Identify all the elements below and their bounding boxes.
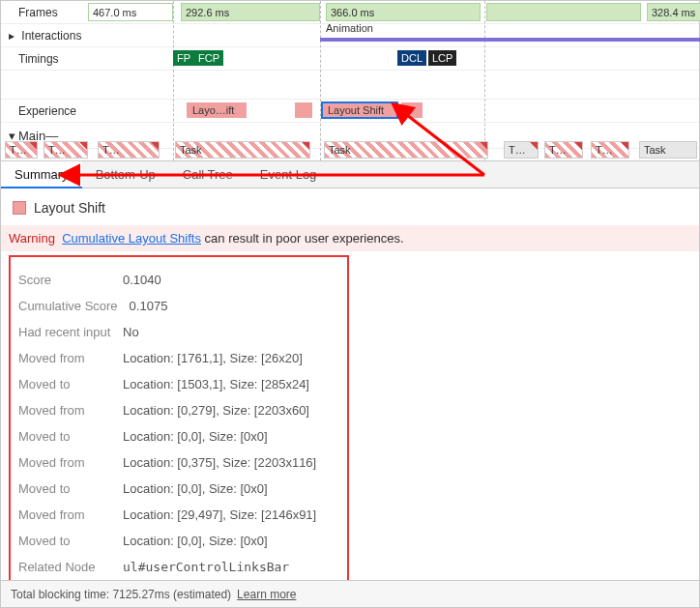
detail-value: Location: [0,0], Size: [0x0] xyxy=(123,481,268,496)
detail-row: Moved fromLocation: [0,375], Size: [2203… xyxy=(18,449,339,476)
detail-value: 0.1075 xyxy=(130,299,168,313)
detail-value: Location: [1503,1], Size: [285x24] xyxy=(123,377,309,391)
task-block[interactable]: T… xyxy=(44,141,88,159)
tab-event-log[interactable]: Event Log xyxy=(247,161,331,188)
detail-row: Score0.1040 xyxy=(18,267,339,293)
detail-value: Location: [29,497], Size: [2146x91] xyxy=(123,507,316,522)
timing-badge-fp[interactable]: FP xyxy=(173,50,194,66)
frame-block[interactable]: 467.0 ms xyxy=(88,3,173,21)
timing-badge-fcp[interactable]: FCP xyxy=(194,50,223,66)
layout-shift-block[interactable]: Layo…ift xyxy=(187,102,247,118)
detail-value: No xyxy=(123,325,139,339)
event-title: Layout Shift xyxy=(34,200,105,216)
detail-value: Location: [0,375], Size: [2203x116] xyxy=(123,455,316,470)
overview-tracks: Frames 467.0 ms 292.6 ms 366.0 ms 328.4 … xyxy=(1,1,699,161)
disclosure-triangle-icon[interactable]: ▸ xyxy=(9,29,18,43)
frame-block[interactable]: 292.6 ms xyxy=(181,3,320,21)
warning-link[interactable]: Cumulative Layout Shifts xyxy=(62,231,201,246)
task-block[interactable]: T… xyxy=(504,141,539,159)
detail-value: 0.1040 xyxy=(123,273,161,287)
interactions-track-label: Interactions xyxy=(21,29,81,43)
detail-key: Moved from xyxy=(18,455,111,470)
detail-key: Moved to xyxy=(18,481,111,496)
detail-row: Moved toLocation: [1503,1], Size: [285x2… xyxy=(18,371,339,397)
detail-row: Moved fromLocation: [0,279], Size: [2203… xyxy=(18,397,339,423)
warning-label: Warning xyxy=(9,231,55,246)
detail-value: Location: [0,0], Size: [0x0] xyxy=(123,534,268,548)
frame-block[interactable]: 328.4 ms xyxy=(647,3,700,21)
footer-bar: Total blocking time: 7125.27ms (estimate… xyxy=(1,580,699,607)
animation-bar[interactable] xyxy=(320,38,700,42)
warning-text: can result in poor user experiences. xyxy=(201,231,404,246)
task-block[interactable]: T… xyxy=(591,141,629,159)
timings-track-label: Timings xyxy=(18,52,59,66)
layout-shift-block-selected[interactable]: Layout Shift xyxy=(322,102,397,118)
task-block[interactable]: Task xyxy=(324,141,488,159)
detail-row: Moved toLocation: [0,0], Size: [0x0] xyxy=(18,476,339,502)
detail-row: Related Nodeul#userControlLinksBar xyxy=(18,554,339,580)
task-block[interactable]: T… xyxy=(5,141,38,159)
detail-value: ul#userControlLinksBar xyxy=(123,560,289,574)
detail-row: Moved fromLocation: [1761,1], Size: [26x… xyxy=(18,345,339,371)
interactions-track[interactable]: ▸ Interactions Animation xyxy=(1,24,699,47)
detail-row: Had recent inputNo xyxy=(18,319,339,345)
frames-track-label: Frames xyxy=(18,6,58,19)
details-tabstrip: Summary Bottom-Up Call Tree Event Log xyxy=(1,161,699,188)
detail-key: Had recent input xyxy=(18,325,111,339)
timings-track[interactable]: Timings FP FCP DCL LCP xyxy=(1,47,699,71)
total-blocking-time: Total blocking time: 7125.27ms (estimate… xyxy=(11,588,231,601)
frame-block[interactable] xyxy=(486,3,641,21)
task-block[interactable]: Task xyxy=(639,141,697,159)
detail-key: Score xyxy=(18,273,111,287)
detail-row: Moved toLocation: [0,0], Size: [0x0] xyxy=(18,528,339,554)
animation-label: Animation xyxy=(326,22,373,34)
detail-key: Moved to xyxy=(18,534,111,548)
detail-key: Moved from xyxy=(18,507,111,522)
frames-track[interactable]: Frames 467.0 ms 292.6 ms 366.0 ms 328.4 … xyxy=(1,1,699,24)
tab-summary[interactable]: Summary xyxy=(1,161,82,188)
experience-track[interactable]: Experience Layo…ift Layout Shift xyxy=(1,100,699,123)
detail-key: Cumulative Score xyxy=(18,299,118,313)
frame-block[interactable]: 366.0 ms xyxy=(326,3,481,21)
warning-banner: Warning Cumulative Layout Shifts can res… xyxy=(1,225,699,251)
detail-row: Cumulative Score0.1075 xyxy=(18,293,339,319)
detail-key: Moved to xyxy=(18,377,111,391)
detail-key: Moved from xyxy=(18,403,111,418)
event-swatch xyxy=(13,201,26,215)
event-details: Score0.1040Cumulative Score0.1075Had rec… xyxy=(9,255,349,594)
tab-call-tree[interactable]: Call Tree xyxy=(169,161,247,188)
experience-track-label: Experience xyxy=(18,104,76,118)
timing-badge-lcp[interactable]: LCP xyxy=(428,50,456,66)
learn-more-link[interactable]: Learn more xyxy=(237,588,296,601)
tab-bottom-up[interactable]: Bottom-Up xyxy=(82,161,169,188)
timing-badge-dcl[interactable]: DCL xyxy=(397,50,426,66)
detail-row: Moved fromLocation: [29,497], Size: [214… xyxy=(18,502,339,528)
detail-key: Moved from xyxy=(18,351,111,365)
summary-pane: Layout Shift Warning Cumulative Layout S… xyxy=(1,188,699,594)
task-block[interactable]: T… xyxy=(98,141,160,159)
detail-value: Location: [0,0], Size: [0x0] xyxy=(123,429,268,444)
detail-value: Location: [0,279], Size: [2203x60] xyxy=(123,403,309,418)
devtools-performance-panel: Frames 467.0 ms 292.6 ms 366.0 ms 328.4 … xyxy=(0,0,700,608)
task-block[interactable]: T… xyxy=(544,141,583,159)
detail-value: Location: [1761,1], Size: [26x20] xyxy=(123,351,303,365)
detail-row: Moved toLocation: [0,0], Size: [0x0] xyxy=(18,423,339,449)
detail-key: Moved to xyxy=(18,429,111,444)
layout-shift-block[interactable] xyxy=(295,102,312,118)
layout-shift-block[interactable] xyxy=(401,102,423,118)
detail-key: Related Node xyxy=(18,560,111,574)
task-block[interactable]: Task xyxy=(175,141,310,159)
